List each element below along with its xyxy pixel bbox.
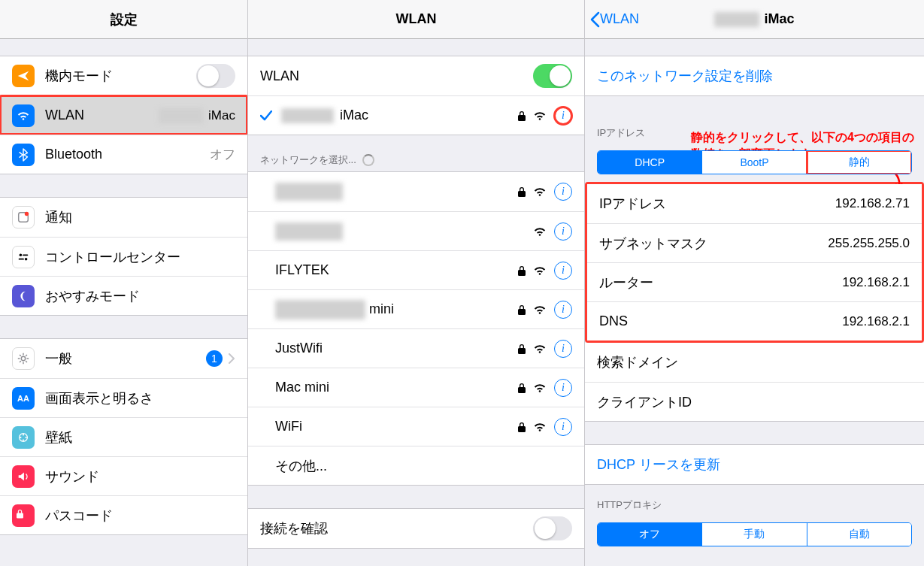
network-row[interactable]: JustWifii (248, 328, 584, 368)
field-value: 192.168.2.71 (835, 196, 910, 211)
row-label: コントロールセンター (45, 248, 235, 266)
network-row[interactable]: WiFii (248, 407, 584, 446)
svg-point-4 (25, 257, 28, 260)
info-button[interactable]: i (554, 222, 572, 241)
settings-sidebar: 設定 機内モードWLANiMacBluetoothオフ通知コントロールセンターお… (0, 0, 248, 566)
row-label: 壁紙 (45, 428, 235, 446)
info-button[interactable]: i (554, 379, 572, 397)
blurred-text (275, 183, 343, 201)
proxy-tab-オフ[interactable]: オフ (598, 523, 702, 546)
forget-network-row[interactable]: このネットワーク設定を削除 (585, 56, 924, 95)
proxy-tab-自動[interactable]: 自動 (807, 523, 911, 546)
back-button[interactable]: WLAN (589, 11, 639, 28)
field-label: 検索ドメイン (597, 353, 912, 371)
display-icon: AA (12, 387, 35, 410)
settings-row-dnd[interactable]: おやすみモード (0, 276, 247, 315)
field-label: クライアントID (597, 393, 912, 411)
svg-rect-3 (23, 254, 28, 256)
svg-point-1 (25, 212, 29, 216)
network-row[interactable]: minii (248, 289, 584, 328)
network-name (275, 222, 533, 241)
tab-DHCP[interactable]: DHCP (598, 151, 702, 174)
other-network-row[interactable]: その他... (248, 446, 584, 485)
blurred-text (159, 108, 204, 123)
blurred-text (275, 300, 365, 319)
settings-row-bt[interactable]: Bluetoothオフ (0, 135, 247, 174)
network-name: Mac mini (275, 380, 518, 395)
ip-field-row[interactable]: サブネットマスク255.255.255.0 (587, 223, 922, 262)
lock-icon (518, 186, 526, 197)
row-label: Bluetooth (45, 147, 210, 162)
network-row[interactable]: IFLYTEKi (248, 250, 584, 289)
info-button[interactable]: i (554, 262, 572, 280)
info-button[interactable]: i (554, 301, 572, 319)
settings-navbar: 設定 (0, 0, 247, 39)
proxy-tabs: オフ手動自動 (597, 522, 912, 546)
settings-row-airplane[interactable]: 機内モード (0, 56, 247, 95)
wallpaper-icon (12, 426, 35, 449)
wlan-label: WLAN (260, 68, 533, 84)
field-label: サブネットマスク (599, 235, 828, 253)
wifi-icon (533, 186, 547, 197)
row-label: サウンド (45, 468, 235, 486)
network-name: JustWifi (275, 341, 518, 356)
settings-row-general[interactable]: 一般1 (0, 339, 247, 378)
field-label: DNS (599, 313, 842, 329)
other-label: その他... (275, 457, 572, 475)
settings-row-notify[interactable]: 通知 (0, 198, 247, 237)
connected-network-row[interactable]: iMaci (248, 95, 584, 135)
ip-field-row[interactable]: IPアドレス192.168.2.71 (587, 184, 922, 223)
network-row[interactable]: i (248, 211, 584, 250)
blurred-network-prefix (714, 12, 759, 27)
network-name: iMac (340, 107, 518, 123)
svg-point-6 (21, 356, 25, 360)
row-label: 画面表示と明るさ (45, 389, 235, 407)
network-row[interactable]: i (248, 172, 584, 211)
info-button[interactable]: i (554, 107, 572, 125)
info-button[interactable]: i (554, 183, 572, 201)
settings-row-passcode[interactable]: パスコード (0, 495, 247, 534)
general-icon (12, 347, 35, 370)
client-id-row[interactable]: クライアントID (585, 382, 924, 421)
settings-row-sound[interactable]: サウンド (0, 456, 247, 495)
lock-icon (518, 344, 526, 354)
wifi-icon (533, 304, 547, 315)
ip-field-row[interactable]: DNS192.168.2.1 (587, 301, 922, 341)
field-value: 192.168.2.1 (842, 314, 910, 329)
spinner-icon (362, 154, 374, 166)
proxy-tab-手動[interactable]: 手動 (702, 523, 807, 546)
blurred-text (281, 108, 334, 123)
detail-navbar: WLAN iMac (585, 0, 924, 39)
network-row[interactable]: Mac minii (248, 368, 584, 407)
wifi-icon (533, 110, 547, 121)
tab-BootP[interactable]: BootP (702, 151, 807, 174)
field-label: IPアドレス (599, 195, 835, 213)
ask-toggle[interactable] (533, 516, 572, 540)
row-label: パスコード (45, 507, 235, 525)
settings-row-display[interactable]: AA画面表示と明るさ (0, 378, 247, 417)
svg-point-9 (26, 436, 27, 437)
badge: 1 (206, 350, 223, 367)
airplane-icon (12, 65, 35, 87)
lock-icon (518, 265, 526, 276)
network-detail-panel: WLAN iMac このネットワーク設定を削除静的をクリックして、以下の4つの項… (585, 0, 924, 566)
wlan-toggle[interactable] (533, 64, 572, 88)
wifi-icon (533, 226, 547, 237)
search-domain-row[interactable]: 検索ドメイン (585, 343, 924, 382)
ip-field-row[interactable]: ルーター192.168.2.1 (587, 262, 922, 301)
toggle[interactable] (196, 64, 235, 88)
chevron-icon (229, 353, 235, 364)
settings-row-wallpaper[interactable]: 壁紙 (0, 417, 247, 456)
ip-fields-group: IPアドレス192.168.2.71サブネットマスク255.255.255.0ル… (585, 182, 924, 343)
lock-icon (518, 110, 526, 121)
tab-静的[interactable]: 静的 (807, 151, 911, 174)
settings-row-wlan[interactable]: WLANiMac (0, 95, 247, 135)
info-button[interactable]: i (554, 418, 572, 436)
check-icon (260, 110, 272, 121)
detail-title: iMac (764, 11, 794, 27)
info-button[interactable]: i (554, 340, 572, 358)
settings-row-cc[interactable]: コントロールセンター (0, 237, 247, 276)
wifi-icon (533, 383, 547, 393)
renew-lease-row[interactable]: DHCP リースを更新 (585, 445, 924, 484)
dnd-icon (12, 285, 35, 307)
